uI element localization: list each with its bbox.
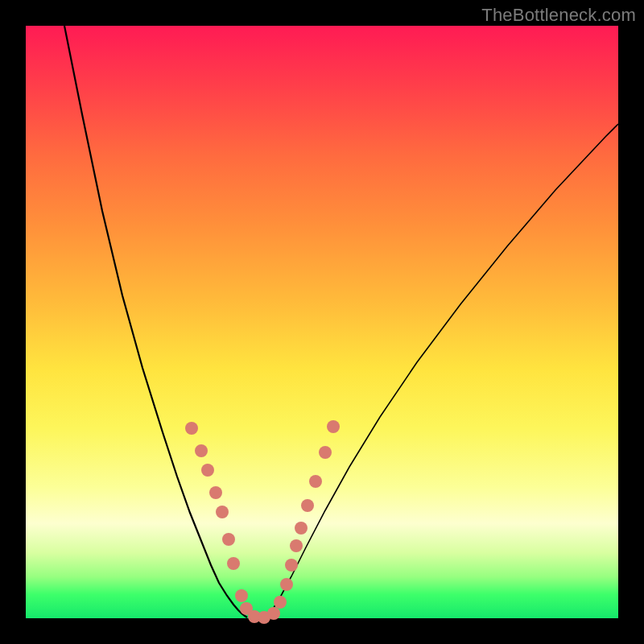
series-marker: [295, 522, 308, 535]
series-marker: [209, 486, 222, 499]
series-marker: [216, 506, 229, 518]
plot-area: [26, 26, 618, 618]
series-marker: [267, 607, 280, 620]
series-marker: [301, 499, 314, 512]
series-marker: [309, 475, 322, 488]
series-marker: [274, 596, 287, 609]
series-marker: [235, 589, 248, 602]
series-marker: [319, 446, 332, 459]
series-marker: [280, 578, 293, 591]
curve-left-branch: [64, 26, 247, 617]
series-marker: [222, 533, 235, 546]
chart-svg: [26, 26, 618, 618]
series-marker: [285, 559, 298, 572]
series-marker: [327, 420, 340, 433]
series-marker: [227, 557, 240, 570]
curve-right-branch: [267, 124, 618, 617]
watermark-text: TheBottleneck.com: [481, 5, 636, 26]
series-marker: [201, 464, 214, 477]
chart-frame: TheBottleneck.com: [0, 0, 644, 644]
series-marker: [185, 422, 198, 435]
series-marker: [195, 444, 208, 457]
series-marker: [290, 539, 303, 552]
curve-markers: [185, 420, 340, 624]
